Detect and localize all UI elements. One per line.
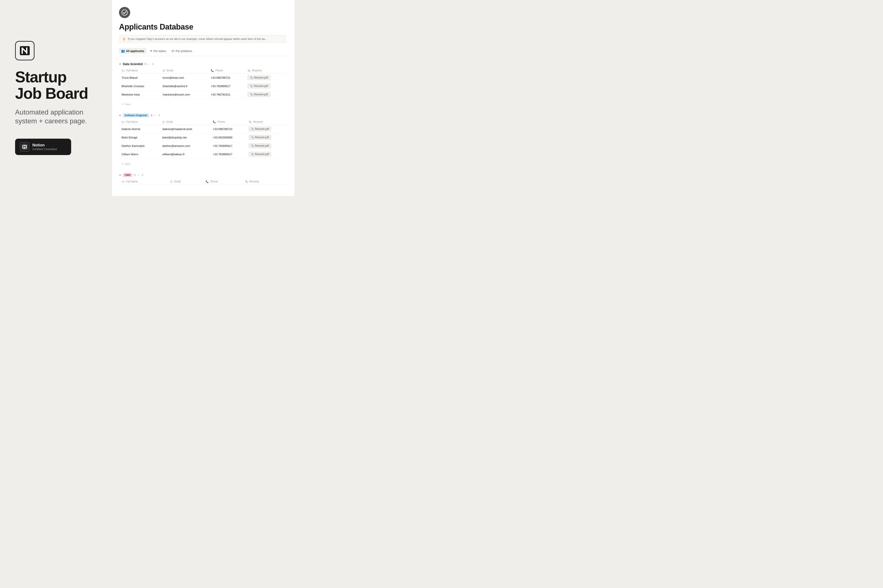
- section-badge-cmo: CMO: [123, 173, 132, 177]
- section-cmo: ▼ CMO 1 ··· + Aa Full Name @ Email 📞 Pho…: [119, 171, 286, 184]
- section-dots-cmo: ···: [137, 173, 140, 177]
- section-count-se: 4: [151, 114, 152, 117]
- section-plus-se[interactable]: +: [158, 113, 160, 117]
- paperclip-icon: 📎: [251, 128, 254, 130]
- section-plus-ds[interactable]: +: [152, 62, 154, 66]
- paperclip-icon: 📎: [250, 84, 253, 87]
- col-header-phone-ds: 📞 Phone: [208, 68, 245, 74]
- table-row[interactable]: Truno Bitaud truno@tesla.com +33 6967867…: [119, 74, 286, 82]
- tabs-row: 👥 All applicants ✦ Per status 🏷 Per posi…: [119, 48, 286, 56]
- col-header-resume-ds: 📎 Resume: [245, 68, 286, 74]
- section-header-ds: ▼ Data Scientist 3 ··· +: [119, 60, 286, 68]
- checkmark-icon: [121, 9, 128, 16]
- hint-icon: 💡: [122, 37, 126, 40]
- table-cmo: Aa Full Name @ Email 📞 Phone 📎 Resume: [119, 179, 286, 184]
- badge-notion-icon: [21, 144, 28, 150]
- cell-email: dalexis@maladroit.work: [160, 125, 210, 133]
- cell-phone: +33 782895617: [210, 142, 246, 150]
- paperclip-icon: 📎: [250, 76, 253, 79]
- section-name-ds: Data Scientist: [123, 62, 143, 66]
- cell-resume: 📎Resume.pdf: [246, 133, 286, 142]
- notion-logo-svg: [18, 44, 31, 57]
- new-label-se: New: [125, 162, 130, 166]
- tab-status-icon: ✦: [150, 49, 152, 52]
- tab-all-applicants[interactable]: 👥 All applicants: [119, 48, 146, 54]
- cell-name: Mantoine Assy: [119, 90, 160, 99]
- cell-resume: 📎Resume.pdf: [245, 90, 286, 99]
- new-row-se[interactable]: + New: [119, 160, 286, 168]
- table-row[interactable]: Cilliam Warro william@bateau.fr +33 7839…: [119, 150, 286, 159]
- section-badge-se: Software Engineer: [123, 113, 149, 117]
- cell-phone: +33 696786722: [210, 125, 246, 133]
- section-dots-ds: ···: [148, 62, 150, 66]
- table-row[interactable]: Darthur Eamunjick darthur@amazon.com +33…: [119, 142, 286, 150]
- plus-icon-ds: +: [121, 102, 123, 106]
- paperclip-icon: 📎: [250, 93, 253, 96]
- badge-notion-label: Notion: [32, 143, 57, 147]
- cell-email: william@bateau.fr: [160, 150, 210, 159]
- section-dots-se: ···: [154, 114, 156, 117]
- col-header-name-cmo: Aa Full Name: [119, 179, 168, 184]
- badge-icon: [20, 142, 29, 152]
- cell-email: darthur@amazon.com: [160, 142, 210, 150]
- col-header-name-se: Aa Full Name: [119, 119, 160, 125]
- section-data-scientist: ▼ Data Scientist 3 ··· + Aa Full Name @ …: [119, 60, 286, 108]
- tab-all-label: All applicants: [126, 50, 144, 52]
- certified-badge: Notion Certified Consultant: [15, 139, 71, 155]
- hint-text: If you mapped Tally's answers as we did …: [128, 37, 267, 40]
- cell-resume: 📎Resume.pdf: [246, 150, 286, 159]
- cell-phone: +33 691565569: [210, 133, 246, 142]
- col-header-email-cmo: @ Email: [168, 179, 203, 184]
- cell-name: Dalexis Alorme: [119, 125, 160, 133]
- cell-resume: 📎Resume.pdf: [246, 125, 286, 133]
- new-row-ds[interactable]: + New: [119, 100, 286, 108]
- paperclip-icon: 📎: [251, 144, 254, 147]
- cell-email: mantoine@courir.com: [160, 90, 208, 99]
- cell-name: Cilliam Warro: [119, 150, 160, 159]
- cell-phone: +33 783985617: [208, 82, 245, 90]
- new-label-ds: New: [125, 103, 130, 106]
- tab-all-icon: 👥: [121, 49, 125, 52]
- cell-name: Beloi Elongé: [119, 133, 160, 142]
- cell-name: Darthur Eamunjick: [119, 142, 160, 150]
- table-row[interactable]: Beloi Elongé beloi@dropship.net +33 6915…: [119, 133, 286, 142]
- cell-resume: 📎Resume.pdf: [246, 142, 286, 150]
- notion-logo-box: [15, 41, 34, 60]
- db-title: Applicants Database: [119, 22, 286, 32]
- triangle-icon-cmo: ▼: [119, 174, 121, 176]
- cell-resume: 📎Resume.pdf: [245, 82, 286, 90]
- paperclip-icon: 📎: [251, 136, 254, 139]
- cell-phone: +33 766791011: [208, 90, 245, 99]
- col-header-resume-se: 📎 Resume: [246, 119, 286, 125]
- db-icon-circle: [119, 7, 130, 18]
- col-header-phone-se: 📞 Phone: [210, 119, 246, 125]
- col-header-name-ds: Aa Full Name: [119, 68, 160, 74]
- tab-status-label: Per status: [153, 50, 166, 52]
- col-header-phone-cmo: 📞 Phone: [203, 179, 242, 184]
- main-title: Startup Job Board: [15, 69, 97, 102]
- section-header-se: ▼ Software Engineer 4 ··· +: [119, 112, 286, 119]
- table-row[interactable]: Mantoine Assy mantoine@courir.com +33 76…: [119, 90, 286, 99]
- tablet-mockup: Applicants Database 💡 If you mapped Tall…: [112, 0, 294, 196]
- table-row[interactable]: Bharlotte Cruzeau bharlotte@sariera.fr +…: [119, 82, 286, 90]
- col-header-email-ds: @ Email: [160, 68, 208, 74]
- tab-per-positions[interactable]: 🏷 Per positions: [169, 48, 194, 54]
- tablet-screen: Applicants Database 💡 If you mapped Tall…: [112, 0, 294, 196]
- section-plus-cmo[interactable]: +: [141, 173, 143, 177]
- table-row[interactable]: Dalexis Alorme dalexis@maladroit.work +3…: [119, 125, 286, 133]
- col-header-email-se: @ Email: [160, 119, 210, 125]
- paperclip-icon: 📎: [251, 153, 254, 156]
- cell-name: Truno Bitaud: [119, 74, 160, 82]
- triangle-icon-ds: ▼: [119, 63, 121, 65]
- tab-per-status[interactable]: ✦ Per status: [148, 48, 168, 54]
- notion-content: Applicants Database 💡 If you mapped Tall…: [112, 0, 294, 196]
- badge-certified-label: Certified Consultant: [32, 147, 57, 151]
- cell-email: beloi@dropship.net: [160, 133, 210, 142]
- table-software-engineer: Aa Full Name @ Email 📞 Phone 📎 Resume Da…: [119, 119, 286, 159]
- triangle-icon-se: ▼: [119, 114, 121, 117]
- plus-icon-se: +: [121, 162, 123, 166]
- badge-text: Notion Certified Consultant: [32, 143, 57, 151]
- col-header-resume-cmo: 📎 Resume: [242, 179, 286, 184]
- cell-phone: +33 783985617: [210, 150, 246, 159]
- section-software-engineer: ▼ Software Engineer 4 ··· + Aa Full Name…: [119, 112, 286, 168]
